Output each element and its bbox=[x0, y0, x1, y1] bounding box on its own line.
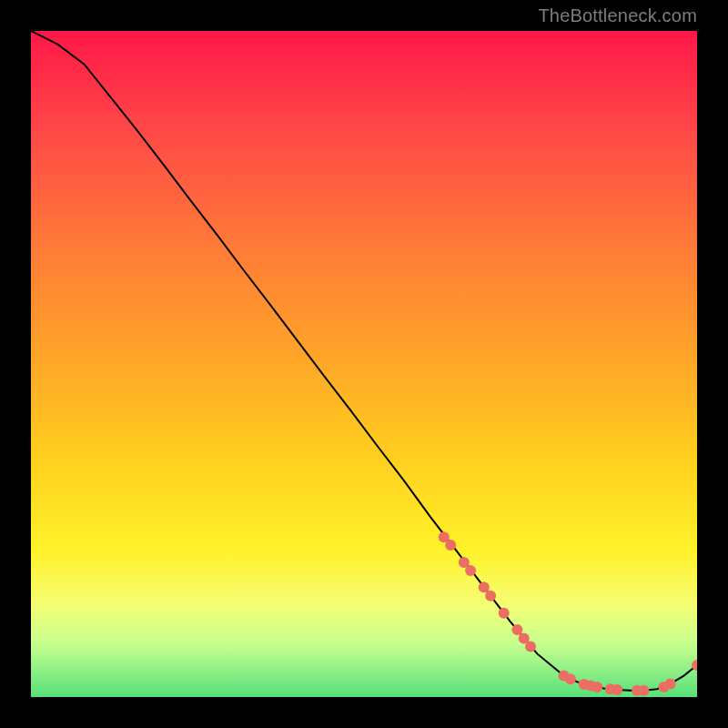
data-marker bbox=[612, 684, 622, 695]
chart-svg bbox=[31, 31, 697, 697]
data-marker bbox=[592, 682, 602, 693]
data-marker bbox=[485, 591, 496, 602]
data-marker bbox=[465, 565, 476, 576]
data-marker bbox=[665, 678, 676, 689]
watermark-text: TheBottleneck.com bbox=[538, 5, 697, 26]
data-marker bbox=[638, 685, 649, 696]
data-marker bbox=[525, 641, 536, 652]
data-marker bbox=[511, 624, 522, 635]
data-marker bbox=[479, 581, 490, 592]
marker-layer bbox=[439, 531, 697, 695]
data-marker bbox=[565, 673, 576, 684]
curve-path bbox=[31, 31, 697, 691]
chart-stage: TheBottleneck.com bbox=[0, 0, 728, 728]
data-marker bbox=[445, 540, 456, 551]
plot-area bbox=[31, 31, 697, 697]
data-marker bbox=[499, 608, 510, 619]
